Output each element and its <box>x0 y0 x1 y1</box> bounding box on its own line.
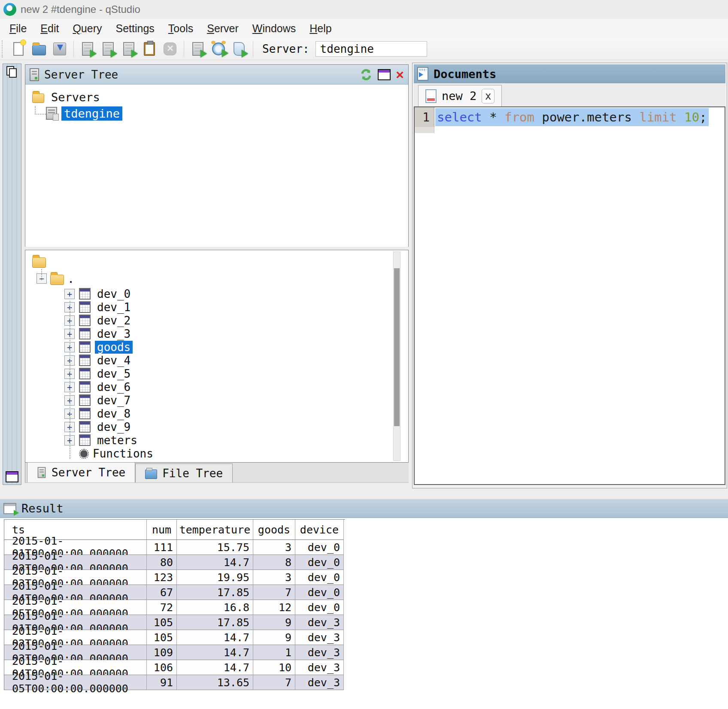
send-query-to-server-button[interactable] <box>189 40 207 58</box>
expand-icon[interactable]: + <box>64 342 75 352</box>
menu-file[interactable]: File <box>3 21 33 36</box>
result-cell[interactable]: 14.7 <box>177 660 253 675</box>
column-header-goods[interactable]: goods <box>253 520 295 540</box>
expand-icon[interactable]: + <box>64 435 75 445</box>
tree-item-goods[interactable]: +goods <box>25 340 408 354</box>
run-current-statement-button[interactable] <box>99 40 117 58</box>
result-cell[interactable]: 9 <box>253 630 295 645</box>
result-cell[interactable]: 14.7 <box>177 555 253 570</box>
result-cell[interactable]: 2015-01-05T00:00:00.000000 <box>4 675 147 690</box>
result-cell[interactable]: 9 <box>253 615 295 630</box>
result-cell[interactable]: 111 <box>147 540 177 555</box>
server-select[interactable]: tdengine <box>315 41 427 57</box>
tree-item-dev_1[interactable]: +dev_1 <box>25 300 408 314</box>
tree-item-dev_6[interactable]: +dev_6 <box>25 380 408 394</box>
menu-windows[interactable]: Windows <box>246 21 303 36</box>
result-cell[interactable]: 109 <box>147 645 177 660</box>
column-header-num[interactable]: num <box>147 520 177 540</box>
expand-icon[interactable]: + <box>64 369 75 379</box>
tree-item-dev_7[interactable]: +dev_7 <box>25 394 408 407</box>
tree-item-dot-schema[interactable]: − . <box>25 270 408 287</box>
result-cell[interactable]: 14.7 <box>177 645 253 660</box>
tree-item-servers[interactable]: Servers <box>25 89 408 105</box>
expand-icon[interactable]: + <box>64 409 75 419</box>
schedule-query-button[interactable] <box>209 40 228 58</box>
tree-item-dev_4[interactable]: +dev_4 <box>25 354 408 367</box>
menu-edit[interactable]: Edit <box>33 21 66 36</box>
tree-item-dev_9[interactable]: +dev_9 <box>25 420 408 433</box>
result-cell[interactable]: dev_3 <box>295 630 344 645</box>
tree-item-dev_8[interactable]: +dev_8 <box>25 407 408 420</box>
save-button[interactable] <box>51 40 69 58</box>
menu-settings[interactable]: Settings <box>109 21 161 36</box>
menu-query[interactable]: Query <box>66 21 109 36</box>
expand-icon[interactable]: + <box>64 355 75 366</box>
menu-server[interactable]: Server <box>200 21 246 36</box>
tree-item-meters[interactable]: +meters <box>25 433 408 447</box>
result-cell[interactable]: dev_0 <box>295 585 344 600</box>
expand-icon[interactable]: + <box>64 302 75 312</box>
column-header-temperature[interactable]: temperature <box>177 520 253 540</box>
paste-button[interactable] <box>140 40 158 58</box>
close-tab-button[interactable]: x <box>482 89 494 103</box>
result-cell[interactable]: 106 <box>147 660 177 675</box>
result-cell[interactable]: dev_0 <box>295 570 344 585</box>
result-cell[interactable]: 3 <box>253 570 295 585</box>
result-cell[interactable]: 13.65 <box>177 675 253 690</box>
tab-file-tree[interactable]: File Tree <box>135 464 233 482</box>
result-cell[interactable]: 15.75 <box>177 540 253 555</box>
result-cell[interactable]: dev_3 <box>295 675 344 690</box>
cancel-query-button[interactable] <box>161 40 179 58</box>
popout-window-icon[interactable] <box>378 69 391 80</box>
result-cell[interactable]: 10 <box>253 660 295 675</box>
result-cell[interactable]: 14.7 <box>177 630 253 645</box>
expand-icon[interactable]: + <box>64 382 75 392</box>
tab-server-tree[interactable]: Server Tree <box>27 462 135 482</box>
code-line-1[interactable]: select * from power.meters limit 10; <box>435 107 709 127</box>
result-cell[interactable]: 80 <box>147 555 177 570</box>
result-cell[interactable]: dev_0 <box>295 555 344 570</box>
expand-icon[interactable]: + <box>64 395 75 406</box>
run-selection-button[interactable] <box>120 40 138 58</box>
result-cell[interactable]: 7 <box>253 585 295 600</box>
result-cell[interactable]: 8 <box>253 555 295 570</box>
result-cell[interactable]: 105 <box>147 615 177 630</box>
refresh-icon[interactable] <box>360 68 373 81</box>
result-cell[interactable]: 17.85 <box>177 615 253 630</box>
new-document-button[interactable] <box>9 40 27 58</box>
result-cell[interactable]: 3 <box>253 540 295 555</box>
cascade-windows-icon[interactable] <box>6 66 18 78</box>
result-cell[interactable]: dev_3 <box>295 615 344 630</box>
menu-tools[interactable]: Tools <box>161 21 200 36</box>
result-cell[interactable]: 19.95 <box>177 570 253 585</box>
expand-icon[interactable]: + <box>64 315 75 326</box>
close-panel-icon[interactable]: × <box>396 69 404 80</box>
restore-window-icon[interactable] <box>6 471 18 482</box>
result-cell[interactable]: 67 <box>147 585 177 600</box>
tree-item-dev_0[interactable]: +dev_0 <box>25 287 408 300</box>
menu-help[interactable]: Help <box>303 21 338 36</box>
expand-icon[interactable]: + <box>64 329 75 339</box>
result-cell[interactable]: 72 <box>147 600 177 615</box>
run-script-button[interactable] <box>230 40 248 58</box>
result-cell[interactable]: 91 <box>147 675 177 690</box>
result-cell[interactable]: 12 <box>253 600 295 615</box>
expand-icon[interactable]: + <box>64 422 75 432</box>
open-file-button[interactable] <box>30 40 48 58</box>
result-cell[interactable]: 16.8 <box>177 600 253 615</box>
result-cell[interactable]: 123 <box>147 570 177 585</box>
result-cell[interactable]: dev_0 <box>295 540 344 555</box>
tree-item-dev_3[interactable]: +dev_3 <box>25 327 408 340</box>
result-cell[interactable]: dev_0 <box>295 600 344 615</box>
collapse-icon[interactable]: − <box>36 273 47 284</box>
sql-editor[interactable]: 1 select * from power.meters limit 10; <box>414 106 725 485</box>
column-header-device[interactable]: device <box>295 520 344 540</box>
expand-icon[interactable]: + <box>64 289 75 299</box>
result-cell[interactable]: 17.85 <box>177 585 253 600</box>
scrollbar-thumb[interactable] <box>394 268 400 426</box>
result-cell[interactable]: 7 <box>253 675 295 690</box>
result-cell[interactable]: 1 <box>253 645 295 660</box>
tree-item-functions[interactable]: Functions <box>25 447 408 461</box>
schema-tree-scrollbar[interactable] <box>393 251 400 461</box>
tab-new-2[interactable]: new 2 x <box>418 85 502 106</box>
